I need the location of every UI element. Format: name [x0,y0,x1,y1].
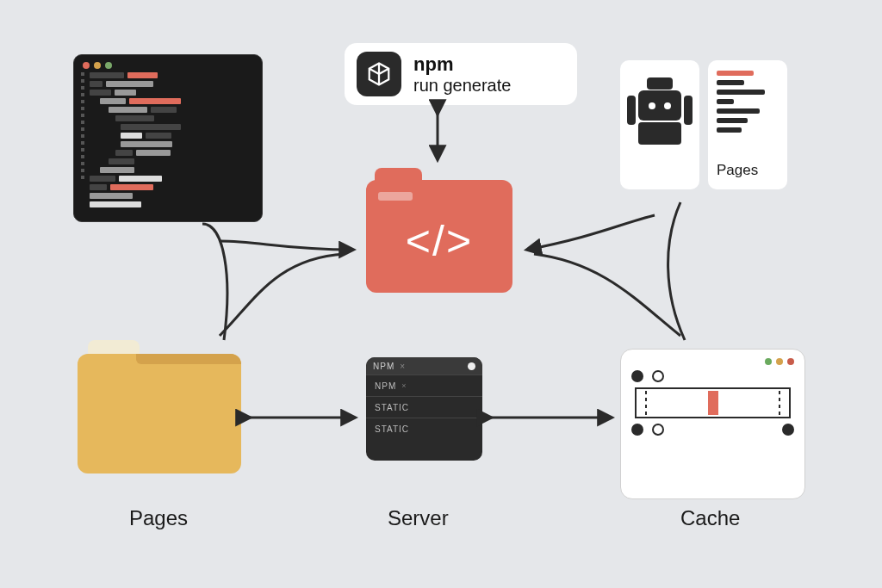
pages-label: Pages [129,506,188,530]
cache-row [631,424,794,436]
npm-command-sub: run generate [413,76,511,96]
server-row: NPM× [366,374,482,396]
pages-folder [78,340,241,473]
dot-icon [776,358,783,365]
code-body [74,72,262,214]
close-x-icon: × [401,381,406,390]
server-header: NPM × [366,357,482,374]
window-controls [74,55,262,72]
pages-card: Pages [708,60,787,189]
cache-label: Cache [680,506,740,530]
code-folder: </> [366,168,512,293]
dot-icon [765,358,772,365]
server-box: NPM × NPM× STATIC STATIC [366,357,482,461]
dot-icon [787,358,794,365]
pages-card-label: Pages [717,162,779,179]
package-icon [357,52,401,96]
server-row: STATIC [366,418,482,439]
server-row-label: NPM [373,362,394,371]
page-lines-icon [717,71,779,133]
robot-icon [634,75,686,157]
maximize-icon [105,62,112,69]
code-editor [73,54,263,222]
npm-command: npm run generate [345,43,577,105]
close-icon [83,62,90,69]
code-lines [90,72,255,207]
minimize-icon [94,62,101,69]
robot-card [620,60,699,189]
server-label: Server [388,506,449,530]
window-controls [631,358,794,365]
server-rack-icon [635,387,791,418]
code-icon: </> [406,216,473,266]
folder-icon [78,354,241,473]
cache-window [620,349,805,499]
output-cards: Pages [620,60,787,189]
npm-command-name: npm [413,53,511,76]
cache-row [631,370,794,382]
server-row: STATIC [366,396,482,418]
close-x-icon: × [400,362,405,371]
status-dot-icon [468,362,475,370]
